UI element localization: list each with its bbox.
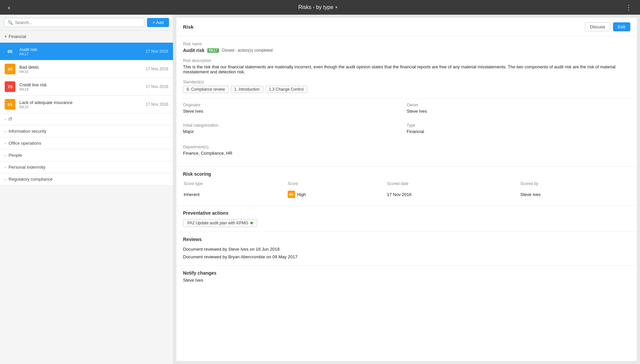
notify-title: Notify changes bbox=[183, 270, 630, 276]
field-value-owner: Steve Ives bbox=[407, 109, 630, 114]
risk-scoring-section: Risk scoring Score type Score Scored dat… bbox=[176, 166, 637, 205]
risk-id: RK18 bbox=[19, 87, 146, 91]
risk-info: Credit line risk RK18 bbox=[19, 82, 146, 91]
scoring-table: Score type Score Scored date Scored by I… bbox=[183, 181, 630, 201]
sidebar-item-office[interactable]: › Office operations bbox=[0, 137, 173, 149]
standard-tag-change-control[interactable]: 1.3 Change Control bbox=[265, 86, 307, 93]
risk-rk-badge: RK17 bbox=[207, 48, 219, 53]
back-button[interactable]: ‹ bbox=[5, 2, 13, 13]
field-type: Type Financial bbox=[407, 123, 630, 134]
sidebar-item-people[interactable]: › People bbox=[0, 149, 173, 161]
score-badge-inline: 65 High bbox=[288, 191, 306, 198]
add-button[interactable]: + Add bbox=[147, 18, 169, 27]
category-label-regulatory: Regulatory compliance bbox=[9, 177, 53, 182]
risk-item-audit-risk[interactable]: 65 Audit risk RK17 17 Nov 2016 bbox=[0, 43, 173, 60]
preventative-actions-section: Preventative actions PA2 Update audit pl… bbox=[176, 205, 637, 232]
field-initial-cat: Initial categorization Major bbox=[183, 123, 407, 134]
standard-tag-compliance[interactable]: 8. Compliance review bbox=[183, 86, 229, 93]
sidebar-search-bar: 🔍 + Add bbox=[0, 15, 173, 31]
field-originator-owner: Originator Steve Ives Owner Steve Ives I… bbox=[183, 103, 630, 139]
detail-actions: Discuss Edit bbox=[585, 22, 630, 31]
field-value-departments: Finance, Compliance, HR bbox=[183, 151, 630, 156]
reviews-title: Reviews bbox=[183, 237, 630, 242]
field-value-type: Financial bbox=[407, 129, 630, 134]
detail-header: Risk Discuss Edit bbox=[176, 18, 637, 36]
field-label-risk-name: Risk name bbox=[183, 42, 630, 46]
scoring-col-score: Score bbox=[288, 181, 386, 188]
risk-name-text: Audit risk bbox=[183, 48, 205, 53]
search-icon: 🔍 bbox=[8, 20, 13, 25]
sidebar-item-it[interactable]: › IT bbox=[0, 113, 173, 125]
risk-name: Credit line risk bbox=[19, 82, 146, 87]
scoring-col-scored-date: Scored date bbox=[387, 181, 520, 188]
category-label-people: People bbox=[9, 153, 22, 158]
risk-score-badge: 65 bbox=[5, 46, 15, 57]
chevron-down-icon: ▾ bbox=[335, 5, 337, 10]
main-container: 🔍 + Add ▾ Financial 65 Audit risk RK17 1… bbox=[0, 15, 640, 364]
field-label-originator: Originator bbox=[183, 103, 407, 107]
review-item-1: Document reviewed by Steve Ives on 18 Ju… bbox=[183, 245, 630, 253]
field-owner: Owner Steve Ives bbox=[407, 103, 630, 114]
risk-id: RK16 bbox=[19, 70, 146, 74]
field-label-departments: Department(s) bbox=[183, 145, 630, 149]
field-value-originator: Steve Ives bbox=[183, 109, 407, 114]
risk-status-text: Closed - action(s) completed bbox=[222, 48, 273, 53]
notify-section: Notify changes Steve Ives bbox=[176, 265, 637, 287]
actions-title: Preventative actions bbox=[183, 210, 630, 216]
search-input-wrap[interactable]: 🔍 bbox=[4, 18, 144, 27]
field-standards: Standard(s) 8. Compliance review 1. Intr… bbox=[183, 80, 630, 93]
detail-body: Risk name Audit risk RK17 Closed - actio… bbox=[176, 36, 637, 166]
scoring-score-type: Inherent bbox=[184, 189, 287, 200]
page-title: Risks - by type bbox=[298, 4, 333, 10]
action-tag-label: PA2 Update audit plan with KPMG bbox=[187, 221, 248, 225]
group-header-financial[interactable]: ▾ Financial bbox=[0, 31, 173, 43]
risk-item-lack-insurance[interactable]: 65 Lack of adequate insurance RK10 17 No… bbox=[0, 96, 173, 113]
sidebar: 🔍 + Add ▾ Financial 65 Audit risk RK17 1… bbox=[0, 15, 173, 364]
category-label-personal-indemnity: Personal indemnity bbox=[9, 165, 46, 170]
top-bar-title-area[interactable]: Risks - by type ▾ bbox=[298, 4, 337, 10]
field-label-standards: Standard(s) bbox=[183, 80, 630, 84]
risk-item-credit-line[interactable]: 75 Credit line risk RK18 17 Nov 2016 bbox=[0, 78, 173, 96]
risk-name: Bad debts bbox=[19, 65, 146, 70]
more-options-button[interactable]: ⋮ bbox=[623, 2, 635, 13]
chevron-right-icon: › bbox=[5, 117, 6, 121]
top-bar: ‹ Risks - by type ▾ ⋮ bbox=[0, 0, 640, 15]
chevron-right-icon: › bbox=[5, 177, 6, 181]
sidebar-item-personal-indemnity[interactable]: › Personal indemnity bbox=[0, 161, 173, 173]
risk-item-bad-debts[interactable]: 45 Bad debts RK16 17 Nov 2016 bbox=[0, 60, 173, 78]
standard-tag-introduction[interactable]: 1. Introduction bbox=[231, 86, 263, 93]
search-input[interactable] bbox=[15, 20, 141, 25]
review-item-2: Document reviewed by Bryan Abercrombie o… bbox=[183, 253, 630, 261]
notify-value: Steve Ives bbox=[183, 278, 630, 283]
sidebar-list: ▾ Financial 65 Audit risk RK17 17 Nov 20… bbox=[0, 31, 173, 364]
chevron-right-icon: › bbox=[5, 129, 6, 133]
field-value-initial-cat: Major bbox=[183, 129, 407, 134]
score-num-badge: 65 bbox=[288, 191, 295, 198]
field-value-risk-description: This is the risk that our financial stat… bbox=[183, 64, 630, 74]
risk-score-badge: 45 bbox=[5, 64, 15, 74]
action-tag-kpmg[interactable]: PA2 Update audit plan with KPMG bbox=[183, 219, 257, 227]
chevron-right-icon: › bbox=[5, 141, 6, 145]
action-status-dot bbox=[250, 222, 253, 224]
scoring-col-score-type: Score type bbox=[184, 181, 287, 188]
field-departments: Department(s) Finance, Compliance, HR bbox=[183, 145, 630, 156]
reviews-section: Reviews Document reviewed by Steve Ives … bbox=[176, 232, 637, 265]
score-label: High bbox=[297, 192, 306, 197]
edit-button[interactable]: Edit bbox=[613, 22, 630, 31]
risk-date: 17 Nov 2016 bbox=[146, 102, 168, 107]
chevron-right-icon: › bbox=[5, 165, 6, 169]
sidebar-item-infosec[interactable]: › Information security bbox=[0, 125, 173, 137]
risk-name-row: Audit risk RK17 Closed - action(s) compl… bbox=[183, 48, 630, 53]
risk-score-badge: 75 bbox=[5, 81, 15, 92]
category-label-it: IT bbox=[9, 117, 13, 122]
standards-row: 8. Compliance review 1. Introduction 1.3… bbox=[183, 86, 630, 93]
sidebar-item-regulatory[interactable]: › Regulatory compliance bbox=[0, 173, 173, 185]
risk-info: Lack of adequate insurance RK10 bbox=[19, 100, 146, 109]
discuss-button[interactable]: Discuss bbox=[585, 22, 610, 31]
risk-score-badge: 65 bbox=[5, 99, 15, 110]
risk-name: Lack of adequate insurance bbox=[19, 100, 146, 105]
scoring-col-scored-by: Scored by bbox=[520, 181, 630, 188]
scoring-row: Inherent 65 High 17 Nov 2016 Steve Ives bbox=[184, 189, 630, 200]
risk-date: 17 Nov 2016 bbox=[146, 84, 168, 89]
detail-panel: Risk Discuss Edit Risk name Audit risk R… bbox=[176, 17, 637, 361]
